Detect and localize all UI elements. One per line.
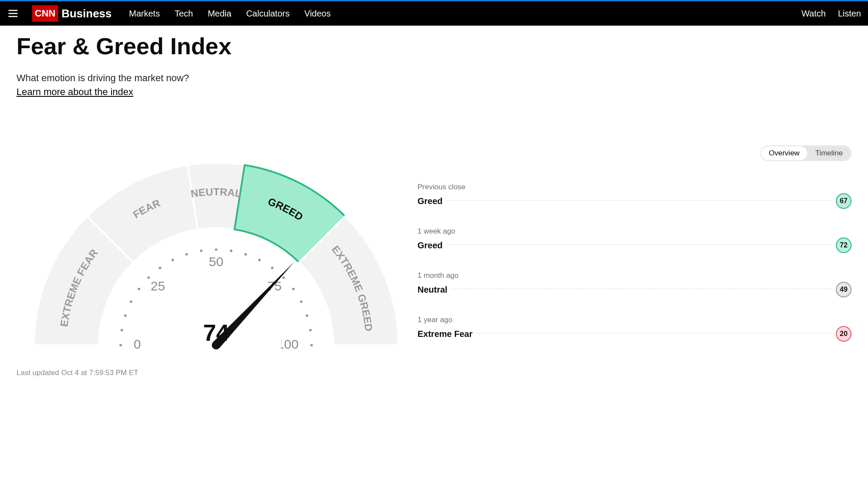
svg-point-19 [230,250,232,252]
history-list: Previous closeGreed671 week agoGreed721 … [418,183,852,342]
history-badge: 67 [836,193,852,209]
svg-point-26 [306,314,308,317]
history-item: 1 year agoExtreme Fear20 [418,316,852,342]
svg-point-27 [309,329,312,332]
svg-point-14 [159,267,161,269]
history-item: 1 week agoGreed72 [418,227,852,253]
svg-point-13 [147,276,150,279]
nav-link-watch[interactable]: Watch [802,9,826,19]
svg-point-15 [171,259,174,261]
history-sentiment: Neutral [418,285,447,295]
nav-right: Watch Listen [802,9,861,19]
svg-text:25: 25 [151,279,165,293]
history-divider [446,200,832,201]
svg-point-9 [121,329,123,332]
nav-link-tech[interactable]: Tech [174,9,193,19]
svg-point-8 [119,344,122,346]
svg-point-12 [138,288,140,290]
svg-point-16 [185,253,188,256]
gauge-chart: EXTREME FEARFEARNEUTRALGREEDEXTREME GREE… [16,145,407,377]
history-label: Previous close [418,183,852,191]
history-badge: 72 [836,237,852,253]
history-item: 1 month agoNeutral49 [418,271,852,297]
nav-link-media[interactable]: Media [208,9,231,19]
svg-text:50: 50 [209,254,223,269]
last-updated: Last updated Oct 4 at 7:59:53 PM ET [16,369,407,377]
history-badge: 20 [836,326,852,342]
page-subtitle: What emotion is driving the market now? [16,73,852,84]
svg-point-20 [244,253,247,256]
svg-point-25 [300,300,302,303]
svg-point-28 [310,344,313,346]
learn-more-link[interactable]: Learn more about the index [16,86,133,98]
history-sentiment: Greed [418,241,443,250]
history-divider [476,333,832,333]
toggle-timeline[interactable]: Timeline [807,146,851,160]
page-title: Fear & Greed Index [16,33,852,59]
svg-point-23 [283,276,285,279]
nav-link-listen[interactable]: Listen [838,9,861,19]
nav-links: Markets Tech Media Calculators Videos [129,9,331,19]
history-divider [446,244,832,245]
history-divider [451,289,832,289]
svg-point-17 [200,250,203,252]
svg-point-11 [130,300,132,303]
cnn-logo: CNN [32,5,58,22]
business-logo: Business [62,7,112,20]
history-sentiment: Greed [418,196,443,206]
history-item: Previous closeGreed67 [418,183,852,209]
svg-point-10 [124,314,127,317]
svg-point-24 [292,288,295,290]
svg-point-18 [215,248,217,251]
history-badge: 49 [836,282,852,297]
svg-point-22 [271,267,273,269]
history-label: 1 week ago [418,227,852,236]
navbar: CNN Business Markets Tech Media Calculat… [0,1,868,26]
nav-link-videos[interactable]: Videos [304,9,331,19]
history-label: 1 month ago [418,271,852,280]
logo-block[interactable]: CNN Business [32,5,112,22]
history-sentiment: Extreme Fear [418,329,473,339]
nav-link-markets[interactable]: Markets [129,9,160,19]
svg-text:0: 0 [134,337,141,351]
view-toggle: Overview Timeline [760,145,852,161]
menu-icon[interactable] [7,7,19,20]
nav-link-calculators[interactable]: Calculators [246,9,289,19]
toggle-overview[interactable]: Overview [761,146,808,160]
svg-point-21 [258,259,261,261]
svg-text:74: 74 [203,320,229,346]
history-label: 1 year ago [418,316,852,324]
svg-text:75: 75 [267,279,282,293]
